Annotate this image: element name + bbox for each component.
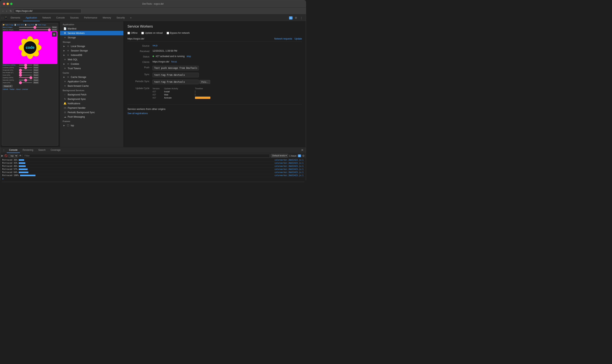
slider-grayscale[interactable] [19,70,32,70]
console-execute-icon[interactable]: ▶ [1,154,3,157]
open-image-btn[interactable]: 📂 Open Image [3,24,13,26]
slider-brightness[interactable] [19,65,32,65]
sidebar-item-bg-sync[interactable]: ↻ Background Sync [60,97,123,101]
console-tab-coverage[interactable]: Coverage [48,147,63,153]
sidebar-item-session-storage[interactable]: ▶ ≡ Session Storage [60,48,123,53]
console-prompt-row[interactable]: > [1,177,305,181]
sidebar-item-cookies[interactable]: ▶ ≡ Cookies [60,62,123,66]
slider-sepia[interactable] [19,82,32,83]
see-all-registrations-link[interactable]: See all registrations [128,112,148,115]
slider-hue[interactable] [19,72,32,73]
forward-button[interactable]: › [5,9,8,13]
settings-icon[interactable]: ⚙ [294,16,298,20]
close-button[interactable] [3,3,5,5]
console-tab-rendering[interactable]: Rendering [20,147,36,153]
console-frame-selector[interactable]: top [9,154,18,158]
offline-input[interactable] [128,32,130,34]
sidebar-item-push-messaging[interactable]: ☁ Push Messaging [60,115,123,119]
sidebar-item-payment-handler[interactable]: 🗃 Payment Handler [60,106,123,110]
log-source-5[interactable]: colorworker.3bb51423.js:1 [274,171,305,173]
stop-link[interactable]: stop [186,55,191,58]
refresh-button[interactable]: ↻ [9,9,13,13]
console-levels-dropdown[interactable]: Default levels ▾ [271,154,288,157]
rst-opacity[interactable]: Reset [33,77,39,79]
tab-network[interactable]: Network [40,14,54,21]
log-source-2[interactable]: colorworker.3bb51423.js:1 [274,162,305,164]
rst-saturate[interactable]: Reset [33,79,39,81]
periodic-sync-button[interactable]: Perio… [200,80,210,84]
console-dots-icon[interactable]: ⋮ [1,149,6,152]
tab-memory[interactable]: Memory [100,14,114,21]
log-source-3[interactable]: colorworker.3bb51423.js:1 [274,165,305,167]
sw-push-input[interactable] [153,66,199,70]
update-on-reload-checkbox[interactable]: Update on reload [141,32,163,34]
save-svg-btn[interactable]: 💾 Save SVG [14,24,24,26]
reset-alpha[interactable]: Reset [52,29,57,31]
sidebar-item-manifest[interactable]: 📄 Manifest [60,26,123,31]
sidebar-item-storage[interactable]: ≡ Storage [60,35,123,40]
sidebar-item-trust-tokens[interactable]: ≡ Trust Tokens [60,66,123,71]
rst-sepia[interactable]: Reset [33,81,39,84]
inspect-icon[interactable]: ⬚ [1,16,4,19]
log-source-6[interactable]: colorworker.3bb51423.js:1 [274,174,305,176]
sw-periodic-sync-input[interactable] [153,80,199,84]
reset-blue[interactable]: Reset [52,26,57,28]
console-clear-icon[interactable]: 🚫 [4,154,8,157]
tab-console[interactable]: Console [54,14,67,21]
console-filter-input[interactable] [23,154,270,158]
rst-grayscale[interactable]: Reset [33,69,39,71]
sidebar-item-local-storage[interactable]: ▶ ≡ Local Storage [60,44,123,48]
rst-brightness[interactable]: Reset [33,64,39,66]
console-tab-console[interactable]: Console [7,147,20,153]
update-on-reload-input[interactable] [141,32,144,34]
sidebar-item-app-cache[interactable]: ≡ Application Cache [60,79,123,84]
more-icon[interactable]: ⋮ [299,16,303,20]
sw-sync-input[interactable] [153,73,199,77]
tab-application[interactable]: Application [23,14,40,21]
sidebar-item-frames-top[interactable]: ▶ ☐ top [60,123,123,128]
console-eye-icon[interactable]: 👁 [19,154,22,157]
rst-invert[interactable]: Reset [33,74,39,76]
bypass-for-network-input[interactable] [167,32,169,34]
tab-elements[interactable]: Elements [8,14,23,21]
sidebar-item-notifications[interactable]: 🔔 Notifications [60,101,123,106]
focus-link[interactable]: focus [171,60,177,63]
sidebar-item-periodic-bg-sync[interactable]: ⊙ Periodic Background Sync [60,110,123,115]
console-settings-icon[interactable]: ⚙ [302,154,305,157]
network-requests-link[interactable]: Network requests [274,37,292,40]
slider-opacity[interactable] [19,77,32,78]
url-bar[interactable] [14,9,81,13]
rst-contrast[interactable]: Reset [33,66,39,69]
slider-contrast[interactable] [19,67,32,68]
paste-image-btn[interactable]: 📋 Paste Image [35,24,46,26]
tab-performance[interactable]: Performance [81,14,100,21]
back-button[interactable]: ‹ [2,9,4,13]
rst-hue[interactable]: Reset [33,72,39,74]
console-tab-search[interactable]: Search [36,147,48,153]
console-issues-badge[interactable]: 1 [298,155,301,157]
log-source-1[interactable]: colorworker.3bb51423.js:1 [274,159,305,161]
tab-security[interactable]: Security [114,14,128,21]
reset-all-button[interactable]: Reset All [3,85,13,88]
slider-blue[interactable] [19,27,51,27]
tab-sources[interactable]: Sources [67,14,81,21]
sidebar-item-bfcache[interactable]: ≡ Back-forward Cache [60,84,123,88]
device-icon[interactable]: 📱 [4,16,8,19]
update-link[interactable]: Update [294,37,302,40]
tab-more[interactable]: » [128,14,134,21]
log-source-4[interactable]: colorworker.3bb51423.js:1 [274,168,305,170]
sidebar-item-bg-fetch[interactable]: ↑ Background Fetch [60,92,123,97]
console-close-button[interactable]: ✕ [300,148,305,152]
slider-saturate[interactable] [19,80,32,80]
offline-checkbox[interactable]: Offline [128,32,137,34]
sidebar-item-indexeddb[interactable]: ▶ ≡ IndexedDB [60,53,123,57]
maximize-button[interactable] [10,3,13,5]
sidebar-item-service-workers[interactable]: ⚙ Service Workers [60,31,123,35]
sw-source-link[interactable]: sw.js [153,44,157,47]
minimize-button[interactable] [7,3,9,5]
bypass-for-network-checkbox[interactable]: Bypass for network [167,32,190,34]
copy-svg-btn[interactable]: 📋 Copy SVG [25,24,34,26]
slider-alpha[interactable] [19,29,51,30]
sidebar-item-cache-storage[interactable]: ▶ ≡ Cache Storage [60,75,123,79]
slider-invert[interactable] [19,75,32,75]
